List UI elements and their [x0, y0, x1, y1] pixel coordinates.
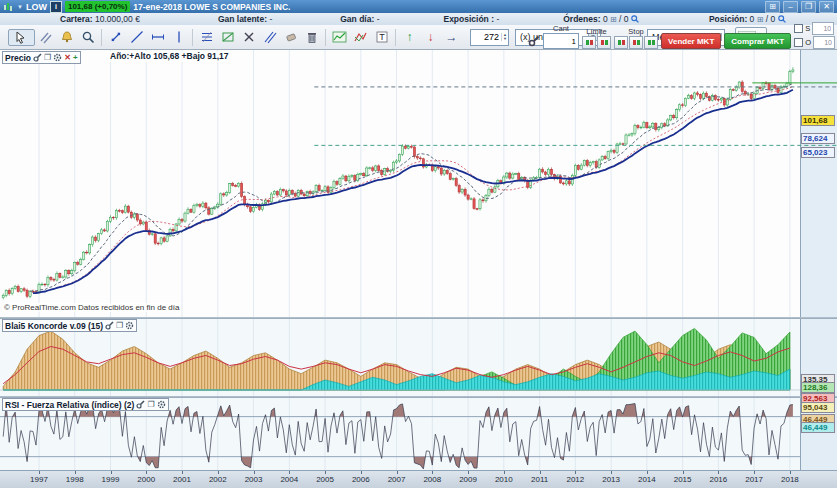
- posicion-search-icon[interactable]: [778, 15, 786, 23]
- gear-icon[interactable]: [157, 400, 166, 409]
- year-label: 2013: [596, 475, 626, 484]
- regression-tool-button[interactable]: [217, 27, 238, 48]
- trash-tool-button[interactable]: [301, 27, 322, 48]
- segment-tool-button[interactable]: [105, 27, 126, 48]
- year-tick: [647, 471, 648, 474]
- detach-window-icon[interactable]: ❐: [147, 401, 154, 409]
- bars-count-input[interactable]: [471, 31, 501, 43]
- add-icon[interactable]: +: [73, 54, 78, 62]
- bars-count-spinner[interactable]: ▲▼: [470, 29, 509, 46]
- eraser-tool-button[interactable]: [280, 27, 301, 48]
- copyright-label: © ProRealTime.com Datos recibidos en fin…: [2, 303, 181, 312]
- year-label: 2015: [668, 475, 698, 484]
- buy-arrow-tool-button[interactable]: ↑: [399, 27, 420, 48]
- year-tick: [432, 471, 433, 474]
- text-tool-button[interactable]: T: [371, 27, 392, 48]
- year-label: 2009: [453, 475, 483, 484]
- year-tick: [754, 471, 755, 474]
- year-label: 1998: [60, 475, 90, 484]
- sell-market-button[interactable]: Vender MKT: [661, 33, 721, 49]
- restore-button[interactable]: ❐: [801, 1, 816, 13]
- minimize-button[interactable]: –: [783, 1, 798, 13]
- trading-window: ▼ LOW i 101,68 (+0,70%) 17-ene-2018 LOWE…: [0, 0, 837, 488]
- s-value-input[interactable]: [812, 22, 834, 35]
- pointer-tool-button[interactable]: [8, 29, 35, 46]
- koncorde-panel-label: Blai5 Koncorde v.09 (15): [5, 321, 103, 331]
- symbol-dropdown-icon[interactable]: ▼: [17, 4, 23, 10]
- close-button[interactable]: ✕: [819, 1, 834, 13]
- alarm-tool-button[interactable]: [56, 27, 77, 48]
- forward-tool-button[interactable]: →: [441, 27, 462, 48]
- horizontal-line-tool-button[interactable]: [147, 27, 168, 48]
- indicator-tool-button[interactable]: [329, 27, 350, 48]
- limite-column: Límite: [582, 28, 611, 49]
- year-tick: [75, 471, 76, 474]
- stop-order-options: S O: [794, 22, 835, 49]
- spinner-down-icon[interactable]: ▼: [503, 37, 507, 41]
- parallel-lines-tool-button[interactable]: [35, 27, 56, 48]
- year-label: 2001: [167, 475, 197, 484]
- year-tick: [468, 471, 469, 474]
- wrench-icon[interactable]: [105, 321, 114, 330]
- year-label: 2017: [739, 475, 769, 484]
- quantity-input[interactable]: [543, 33, 579, 49]
- stop-trailing-button[interactable]: [644, 36, 658, 49]
- koncorde-panel-header: Blai5 Koncorde v.09 (15) ❐: [2, 319, 137, 332]
- limite-sell-button[interactable]: [597, 36, 611, 49]
- vertical-line-tool-button[interactable]: [168, 27, 189, 48]
- year-tick: [575, 471, 576, 474]
- sell-arrow-tool-button[interactable]: ↓: [420, 27, 441, 48]
- channel-tool-button[interactable]: [259, 27, 280, 48]
- symbol-label[interactable]: LOW: [26, 2, 47, 12]
- gear-icon[interactable]: [125, 321, 134, 330]
- year-label: 2016: [703, 475, 733, 484]
- year-label: 2008: [417, 475, 447, 484]
- trade-panel: Cant Límite Stop Vender MKT Comprar MKT …: [528, 25, 835, 51]
- wrench-icon[interactable]: [136, 400, 145, 409]
- zoom-tool-button[interactable]: [77, 27, 98, 48]
- rsi-panel-header: RSI - Fuerza Relativa (índice) (2) ❐: [2, 398, 169, 411]
- ordenes-search-icon[interactable]: [631, 15, 639, 23]
- stop-column: Stop: [614, 28, 658, 49]
- rsi-panel-label: RSI - Fuerza Relativa (índice) (2): [5, 400, 134, 410]
- trade-settings-icon[interactable]: [528, 35, 540, 47]
- fibonacci-tool-button[interactable]: [196, 27, 217, 48]
- year-tick: [182, 471, 183, 474]
- stop-sell-button[interactable]: [629, 36, 643, 49]
- year-label: 1997: [24, 475, 54, 484]
- pattern-tool-button[interactable]: [350, 27, 371, 48]
- chart-region: 125110958555454035302520151050806040200 …: [0, 50, 837, 488]
- detach-window-icon[interactable]: ❐: [116, 322, 123, 330]
- year-tick: [718, 471, 719, 474]
- ordenes-grid-icon[interactable]: ⊞: [610, 15, 617, 24]
- limite-buy-button[interactable]: [582, 36, 596, 49]
- delete-drawing-tool-button[interactable]: [238, 27, 259, 48]
- trendline-tool-button[interactable]: [126, 27, 147, 48]
- o-value-input[interactable]: [813, 36, 835, 49]
- o-checkbox[interactable]: [794, 38, 803, 47]
- posicion-grid-icon[interactable]: ⊞: [757, 15, 764, 24]
- price-axis[interactable]: 125110958555454035302520151050806040200: [800, 50, 837, 470]
- detach-window-icon[interactable]: ❐: [44, 54, 51, 62]
- year-label: 2014: [632, 475, 662, 484]
- year-tick: [254, 471, 255, 474]
- year-tick: [146, 471, 147, 474]
- year-tick: [218, 471, 219, 474]
- remove-icon[interactable]: ✕: [64, 54, 71, 62]
- year-label: 2007: [382, 475, 412, 484]
- cartera-group: Cartera: 10.000,00 €: [60, 14, 140, 24]
- info-button[interactable]: i: [50, 1, 62, 13]
- year-label: 2011: [525, 475, 555, 484]
- time-axis[interactable]: 1997199819992000200120022003200420052006…: [0, 470, 837, 488]
- wrench-icon[interactable]: [33, 53, 42, 62]
- price-badge: 101,68 (+0,70%): [65, 1, 130, 12]
- stop-buy-button[interactable]: [614, 36, 628, 49]
- year-label: 1999: [96, 475, 126, 484]
- layout-button[interactable]: ⊞: [765, 1, 780, 13]
- buy-market-button[interactable]: Comprar MKT: [724, 33, 791, 49]
- s-checkbox[interactable]: [794, 24, 803, 33]
- price-chart[interactable]: [0, 50, 800, 318]
- posicion-group: Posición: 0 ⊞ / 0: [709, 14, 786, 24]
- year-tick: [790, 471, 791, 474]
- gear-icon[interactable]: [53, 53, 62, 62]
